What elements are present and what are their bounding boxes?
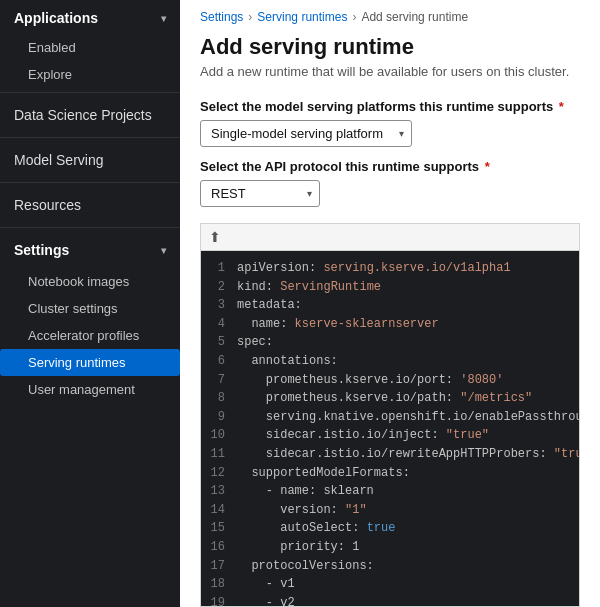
breadcrumb-sep-1: › (248, 10, 252, 24)
applications-section[interactable]: Applications ▾ (0, 0, 180, 34)
breadcrumb-serving-runtimes[interactable]: Serving runtimes (257, 10, 347, 24)
page-title: Add serving runtime (200, 34, 580, 60)
api-required: * (481, 159, 490, 174)
settings-chevron-icon: ▾ (161, 245, 166, 256)
page-header: Add serving runtime Add a new runtime th… (180, 30, 600, 87)
sidebar-item-serving-runtimes[interactable]: Serving runtimes (0, 349, 180, 376)
sidebar: Applications ▾ Enabled Explore Data Scie… (0, 0, 180, 607)
sidebar-divider-1 (0, 92, 180, 93)
platforms-label: Select the model serving platforms this … (200, 99, 580, 114)
page-subtitle: Add a new runtime that will be available… (200, 64, 580, 79)
code-editor: ⬆ 1 2 3 4 5 6 7 8 9 10 11 12 13 14 15 16… (200, 223, 580, 607)
sidebar-item-user-management[interactable]: User management (0, 376, 180, 403)
api-select[interactable]: REST gRPC (200, 180, 320, 207)
settings-section[interactable]: Settings ▾ (0, 232, 180, 268)
main-content: Settings › Serving runtimes › Add servin… (180, 0, 600, 607)
sidebar-divider-2 (0, 137, 180, 138)
code-body[interactable]: 1 2 3 4 5 6 7 8 9 10 11 12 13 14 15 16 1… (201, 251, 579, 606)
line-numbers: 1 2 3 4 5 6 7 8 9 10 11 12 13 14 15 16 1… (201, 251, 231, 606)
upload-icon[interactable]: ⬆ (209, 229, 221, 245)
code-lines[interactable]: apiVersion: serving.kserve.io/v1alpha1 k… (231, 251, 579, 606)
sidebar-item-explore[interactable]: Explore (0, 61, 180, 88)
sidebar-item-cluster-settings[interactable]: Cluster settings (0, 295, 180, 322)
sidebar-item-resources[interactable]: Resources (0, 187, 180, 223)
settings-label: Settings (14, 242, 69, 258)
sidebar-item-accelerator-profiles[interactable]: Accelerator profiles (0, 322, 180, 349)
sidebar-divider-4 (0, 227, 180, 228)
api-select-wrapper: REST gRPC ▾ (200, 180, 320, 207)
breadcrumb-sep-2: › (352, 10, 356, 24)
breadcrumb-current: Add serving runtime (361, 10, 468, 24)
sidebar-item-model-serving[interactable]: Model Serving (0, 142, 180, 178)
breadcrumb-settings[interactable]: Settings (200, 10, 243, 24)
applications-chevron-icon: ▾ (161, 13, 166, 24)
platforms-select-wrapper: Single-model serving platform Multi-mode… (200, 120, 412, 147)
breadcrumb: Settings › Serving runtimes › Add servin… (180, 0, 600, 30)
platforms-select[interactable]: Single-model serving platform Multi-mode… (200, 120, 412, 147)
sidebar-item-data-science[interactable]: Data Science Projects (0, 97, 180, 133)
code-toolbar: ⬆ (201, 224, 579, 251)
sidebar-divider-3 (0, 182, 180, 183)
platform-form-section: Select the model serving platforms this … (180, 87, 600, 155)
sidebar-item-notebook-images[interactable]: Notebook images (0, 268, 180, 295)
platforms-required: * (555, 99, 564, 114)
applications-label: Applications (14, 10, 98, 26)
api-label: Select the API protocol this runtime sup… (200, 159, 580, 174)
api-form-section: Select the API protocol this runtime sup… (180, 155, 600, 215)
sidebar-item-enabled[interactable]: Enabled (0, 34, 180, 61)
